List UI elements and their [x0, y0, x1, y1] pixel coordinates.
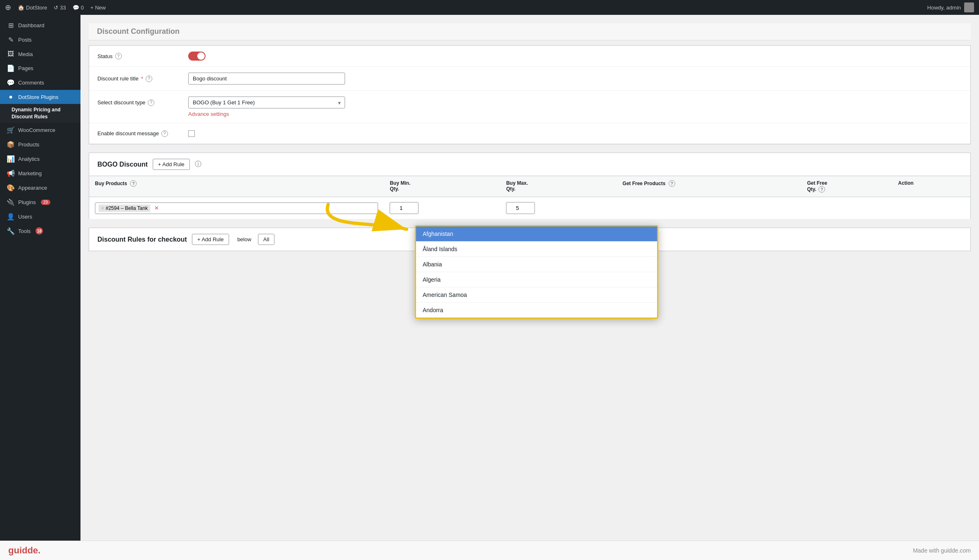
- guidde-logo: guidde.: [8, 545, 40, 556]
- sidebar-label-appearance: Appearance: [18, 185, 47, 191]
- appearance-icon: 🎨: [7, 184, 15, 192]
- discount-type-row: Select discount type ? BOGO (Buy 1 Get 1…: [89, 91, 970, 123]
- advance-settings-link[interactable]: Advance settings: [188, 111, 229, 117]
- col-get-free-products: Get Free Products ?: [617, 176, 801, 197]
- buy-products-help[interactable]: ?: [130, 180, 137, 187]
- discount-title-input[interactable]: [188, 73, 345, 85]
- marketing-icon: 📢: [7, 169, 15, 177]
- discount-type-select[interactable]: BOGO (Buy 1 Get 1 Free) Percentage Disco…: [188, 96, 345, 108]
- col-buy-min-qty: Buy Min.Qty.: [384, 176, 500, 197]
- col-get-free-qty: Get FreeQty. ?: [801, 176, 892, 197]
- buy-products-tag-input[interactable]: × #2594 – Bella Tank ✕: [95, 202, 378, 214]
- products-icon: 📦: [7, 141, 15, 148]
- media-icon: 🖼: [7, 50, 15, 58]
- type-help-icon[interactable]: ?: [148, 99, 154, 106]
- enable-discount-message-row: Enable discount message ?: [89, 123, 970, 144]
- enable-message-label: Enable discount message ?: [97, 130, 188, 137]
- howdy-label: Howdy, admin: [927, 5, 961, 11]
- sidebar-item-pages[interactable]: 📄 Pages: [0, 61, 80, 75]
- sidebar-item-appearance[interactable]: 🎨 Appearance: [0, 181, 80, 195]
- required-star: *: [141, 75, 143, 82]
- dropdown-item-albania[interactable]: Albania: [416, 257, 657, 272]
- bogo-section-header: BOGO Discount + Add Rule ⓘ: [89, 153, 971, 176]
- status-row: Status ?: [89, 46, 970, 67]
- dotstore-icon: ●: [7, 93, 15, 101]
- pages-icon: 📄: [7, 64, 15, 72]
- sidebar-item-dotstore[interactable]: ● DotStore Plugins: [0, 90, 80, 104]
- dropdown-item-algeria[interactable]: Algeria: [416, 272, 657, 287]
- sidebar-item-plugins[interactable]: 🔌 Plugins 29: [0, 195, 80, 209]
- dropdown-item-andorra[interactable]: Andorra: [416, 303, 657, 318]
- status-toggle[interactable]: [188, 52, 206, 61]
- sidebar-item-analytics[interactable]: 📊 Analytics: [0, 152, 80, 166]
- sidebar-label-media: Media: [18, 51, 33, 57]
- sidebar-item-posts[interactable]: ✎ Posts: [0, 33, 80, 47]
- checkout-below-label: below: [237, 236, 251, 242]
- sidebar-label-tools: Tools: [18, 228, 31, 234]
- free-products-help[interactable]: ?: [669, 180, 675, 187]
- dashboard-icon: ⊞: [7, 21, 15, 29]
- buy-min-qty-input[interactable]: [390, 202, 419, 214]
- discount-type-wrapper: BOGO (Buy 1 Get 1 Free) Percentage Disco…: [188, 96, 345, 108]
- checkout-add-rule-button[interactable]: + Add Rule: [192, 234, 229, 245]
- updates-icon: ↺: [54, 5, 58, 11]
- sidebar-label-analytics: Analytics: [18, 156, 40, 162]
- admin-bar: ⊕ 🏠 DotStore ↺ 33 💬 0 + New Howdy, admin: [0, 0, 979, 15]
- sidebar-label-dashboard: Dashboard: [18, 22, 45, 28]
- plugins-icon: 🔌: [7, 198, 15, 206]
- users-icon: 👤: [7, 213, 15, 221]
- title-help-icon[interactable]: ?: [146, 75, 152, 82]
- sidebar-item-comments[interactable]: 💬 Comments: [0, 75, 80, 90]
- comments-icon: 💬: [7, 79, 15, 87]
- discount-type-label: Select discount type ?: [97, 99, 188, 106]
- sidebar-item-dynamic-pricing[interactable]: Dynamic Pricing and Discount Rules: [0, 104, 80, 123]
- posts-icon: ✎: [7, 36, 15, 44]
- sidebar-item-woocommerce[interactable]: 🛒 WooCommerce: [0, 123, 80, 137]
- site-name[interactable]: 🏠 DotStore: [18, 5, 47, 11]
- sidebar-item-tools[interactable]: 🔧 Tools 18: [0, 224, 80, 238]
- plugins-badge: 29: [41, 200, 50, 205]
- status-help-icon[interactable]: ?: [115, 53, 122, 59]
- sidebar: ⊞ Dashboard ✎ Posts 🖼 Media 📄 Pages 💬 Co…: [0, 15, 80, 541]
- sidebar-item-users[interactable]: 👤 Users: [0, 209, 80, 224]
- bogo-info-icon[interactable]: ⓘ: [195, 160, 201, 169]
- action-cell: [892, 197, 970, 219]
- sidebar-label-posts: Posts: [18, 37, 32, 43]
- message-help-icon[interactable]: ?: [161, 130, 168, 137]
- sidebar-item-products[interactable]: 📦 Products: [0, 137, 80, 152]
- sidebar-label-dynamic-pricing: Dynamic Pricing and Discount Rules: [12, 106, 76, 120]
- new-item[interactable]: + New: [90, 5, 106, 11]
- col-action: Action: [892, 176, 970, 197]
- tag-remove-btn[interactable]: ×: [101, 205, 104, 211]
- bogo-add-rule-button[interactable]: + Add Rule: [153, 159, 190, 170]
- status-control: [188, 52, 962, 61]
- comments-icon: 💬: [73, 5, 79, 11]
- home-icon: 🏠: [18, 5, 24, 11]
- enable-message-checkbox[interactable]: [188, 130, 195, 137]
- bottom-bar: guidde. Made with guidde.com: [0, 541, 979, 560]
- tag-clear-button[interactable]: ✕: [154, 205, 159, 211]
- free-qty-help[interactable]: ?: [818, 186, 825, 193]
- sidebar-item-media[interactable]: 🖼 Media: [0, 47, 80, 61]
- updates-item[interactable]: ↺ 33: [54, 5, 66, 11]
- buy-max-qty-cell: [500, 197, 617, 219]
- table-header-row: Buy Products ? Buy Min.Qty. Buy Max.Qty.…: [89, 176, 971, 197]
- dropdown-item-aland[interactable]: Åland Islands: [416, 242, 657, 257]
- dropdown-item-afghanistan[interactable]: Afghanistan: [416, 226, 657, 242]
- sidebar-item-dashboard[interactable]: ⊞ Dashboard: [0, 18, 80, 33]
- woocommerce-icon: 🛒: [7, 126, 15, 134]
- discount-title-control: [188, 73, 962, 85]
- dropdown-item-american-samoa[interactable]: American Samoa: [416, 287, 657, 303]
- wp-logo[interactable]: ⊕: [5, 3, 11, 12]
- buy-product-tag: × #2594 – Bella Tank: [99, 205, 150, 212]
- avatar[interactable]: [964, 2, 974, 12]
- buy-products-cell: × #2594 – Bella Tank ✕: [89, 197, 384, 219]
- tools-badge: 18: [35, 227, 43, 235]
- buy-max-qty-input[interactable]: [506, 202, 535, 214]
- discount-type-control: BOGO (Buy 1 Get 1 Free) Percentage Disco…: [188, 96, 962, 108]
- checkout-all-button[interactable]: All: [258, 234, 274, 245]
- comments-item[interactable]: 💬 0: [73, 5, 84, 11]
- tools-icon: 🔧: [7, 227, 15, 235]
- sidebar-item-marketing[interactable]: 📢 Marketing: [0, 166, 80, 181]
- discount-title-row: Discount rule title * ?: [89, 67, 970, 91]
